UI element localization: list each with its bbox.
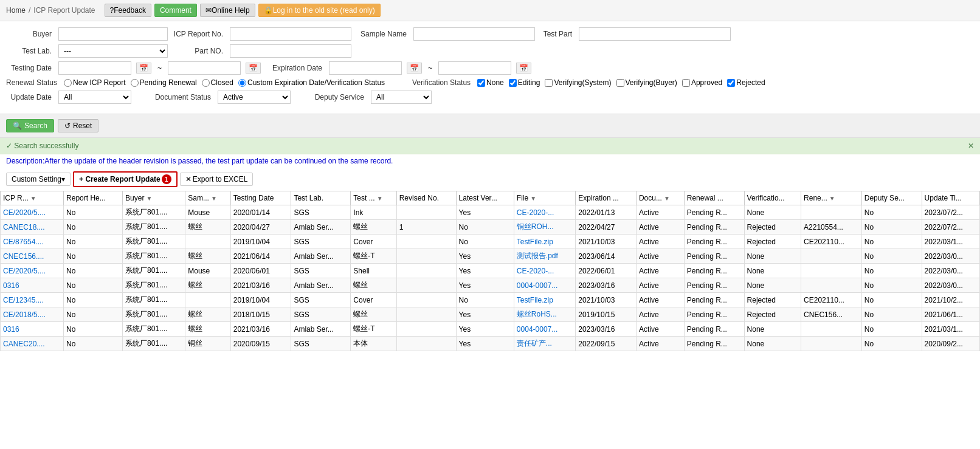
- sample-name-input[interactable]: [413, 27, 535, 41]
- document-status-select[interactable]: Active Inactive All: [218, 91, 291, 104]
- buyer-input[interactable]: [58, 27, 168, 41]
- verif-system[interactable]: Verifying(System): [545, 78, 611, 87]
- cell-1-16: 2022/07/2...: [922, 220, 979, 235]
- cell-9-0[interactable]: CANEC20....: [1, 337, 64, 351]
- verif-none[interactable]: None: [477, 78, 504, 87]
- verif-approved[interactable]: Approved: [682, 78, 722, 87]
- cell-5-11: Active: [636, 278, 684, 293]
- filter-icon-9[interactable]: ▼: [530, 195, 536, 202]
- cell-7-12: Pending R...: [684, 307, 744, 322]
- cell-8-8: Yes: [456, 322, 514, 337]
- filter-icon-2[interactable]: ▼: [146, 195, 152, 202]
- verif-none-checkbox[interactable]: [477, 79, 485, 87]
- update-date-select[interactable]: All: [58, 91, 131, 104]
- cell-5-0[interactable]: 0316: [1, 278, 64, 293]
- renewal-new-radio[interactable]: [64, 79, 72, 87]
- cell-5-6: 螺丝: [351, 278, 396, 293]
- renewal-custom-radio[interactable]: [238, 79, 246, 87]
- cell-8-0[interactable]: 0316: [1, 322, 64, 337]
- testing-date-from[interactable]: [58, 61, 131, 75]
- renewal-pending[interactable]: Pending Renewal: [131, 78, 197, 87]
- cell-0-9[interactable]: CE-2020-...: [514, 205, 575, 220]
- cell-4-0[interactable]: CE/2020/5....: [1, 264, 64, 278]
- verif-approved-checkbox[interactable]: [682, 79, 690, 87]
- login-button[interactable]: 🔒Log in to the old site (read only): [258, 4, 381, 17]
- testing-date-from-calendar[interactable]: 📅: [136, 63, 151, 74]
- search-button[interactable]: 🔍 Search: [6, 119, 54, 132]
- cell-6-3: [185, 293, 231, 307]
- expiration-date-to-calendar[interactable]: 📅: [516, 63, 531, 74]
- cell-9-5: SGS: [291, 337, 351, 351]
- filter-icon-6[interactable]: ▼: [377, 195, 383, 202]
- cell-8-10: 2023/03/16: [576, 322, 637, 337]
- cell-5-9[interactable]: 0004-0007...: [514, 278, 575, 293]
- cell-4-6: Shell: [351, 264, 396, 278]
- create-report-button[interactable]: + Create Report Update 1: [73, 171, 178, 187]
- expiration-date-from-calendar[interactable]: 📅: [407, 63, 422, 74]
- feedback-button[interactable]: ?Feedback: [105, 4, 151, 17]
- cell-6-9[interactable]: TestFile.zip: [514, 293, 575, 307]
- renewal-custom[interactable]: Custom Expiration Date/Verification Stat…: [238, 78, 385, 87]
- badge-number: 1: [162, 174, 171, 184]
- renewal-closed[interactable]: Closed: [202, 78, 233, 87]
- cell-7-0[interactable]: CE/2018/5....: [1, 307, 64, 322]
- verif-buyer-checkbox[interactable]: [616, 79, 624, 87]
- cell-1-0[interactable]: CANEC18....: [1, 220, 64, 235]
- verif-system-checkbox[interactable]: [545, 79, 553, 87]
- renewal-new[interactable]: New ICP Report: [64, 78, 125, 87]
- cell-1-9[interactable]: 铜丝ROH...: [514, 220, 575, 235]
- cell-2-9[interactable]: TestFile.zip: [514, 235, 575, 249]
- verif-rejected[interactable]: Rejected: [727, 78, 765, 87]
- cell-3-9[interactable]: 测试报告.pdf: [514, 249, 575, 264]
- renewal-closed-radio[interactable]: [202, 79, 210, 87]
- expiration-date-from[interactable]: [329, 61, 402, 75]
- filter-icon-0[interactable]: ▼: [30, 195, 36, 202]
- verif-buyer[interactable]: Verifying(Buyer): [616, 78, 677, 87]
- col-header-12: Renewal ...: [684, 191, 744, 205]
- cell-3-0[interactable]: CNEC156....: [1, 249, 64, 264]
- verif-rejected-checkbox[interactable]: [727, 79, 735, 87]
- cell-6-0[interactable]: CE/12345....: [1, 293, 64, 307]
- icp-report-input[interactable]: [230, 27, 351, 41]
- deputy-service-select[interactable]: All: [371, 91, 432, 104]
- comment-button[interactable]: Comment: [154, 4, 197, 17]
- col-header-7: Revised No.: [396, 191, 456, 205]
- verif-editing[interactable]: Editing: [509, 78, 540, 87]
- cell-6-12: Pending R...: [684, 293, 744, 307]
- filter-icon-14[interactable]: ▼: [829, 195, 835, 202]
- test-lab-select[interactable]: ---: [58, 44, 168, 58]
- testing-date-to-calendar[interactable]: 📅: [246, 63, 261, 74]
- cell-5-3: 螺丝: [185, 278, 231, 293]
- cell-5-13: None: [744, 278, 801, 293]
- cell-9-9[interactable]: 责任矿产...: [514, 337, 575, 351]
- cell-4-14: [801, 264, 862, 278]
- cell-8-13: None: [744, 322, 801, 337]
- cell-8-15: No: [861, 322, 922, 337]
- cell-6-7: [396, 293, 456, 307]
- home-link[interactable]: Home: [6, 6, 26, 15]
- cell-7-9[interactable]: 螺丝RoHS...: [514, 307, 575, 322]
- verif-editing-checkbox[interactable]: [509, 79, 517, 87]
- export-excel-button[interactable]: ✕ Export to EXCEL: [180, 173, 254, 186]
- cell-0-0[interactable]: CE/2020/5....: [1, 205, 64, 220]
- custom-setting-button[interactable]: Custom Setting▾: [6, 173, 71, 186]
- col-header-0: ICP R...▼: [1, 191, 64, 205]
- cell-8-7: [396, 322, 456, 337]
- test-part-input[interactable]: [579, 27, 731, 41]
- renewal-pending-radio[interactable]: [131, 79, 139, 87]
- part-no-input[interactable]: [230, 44, 351, 58]
- cell-2-0[interactable]: CE/87654....: [1, 235, 64, 249]
- reset-button[interactable]: ↺ Reset: [58, 119, 98, 132]
- cell-9-11: Active: [636, 337, 684, 351]
- table-container: ICP R...▼Report He...Buyer▼Sam...▼Testin…: [0, 191, 980, 351]
- filter-icon-11[interactable]: ▼: [664, 195, 670, 202]
- cell-4-9[interactable]: CE-2020-...: [514, 264, 575, 278]
- cell-8-9[interactable]: 0004-0007...: [514, 322, 575, 337]
- filter-icon-3[interactable]: ▼: [211, 195, 217, 202]
- help-button[interactable]: ✉Online Help: [200, 4, 255, 17]
- cell-4-15: No: [861, 264, 922, 278]
- expiration-date-to[interactable]: [438, 61, 511, 75]
- testing-date-to[interactable]: [168, 61, 241, 75]
- close-icon[interactable]: ✕: [968, 142, 974, 150]
- cell-3-15: No: [861, 249, 922, 264]
